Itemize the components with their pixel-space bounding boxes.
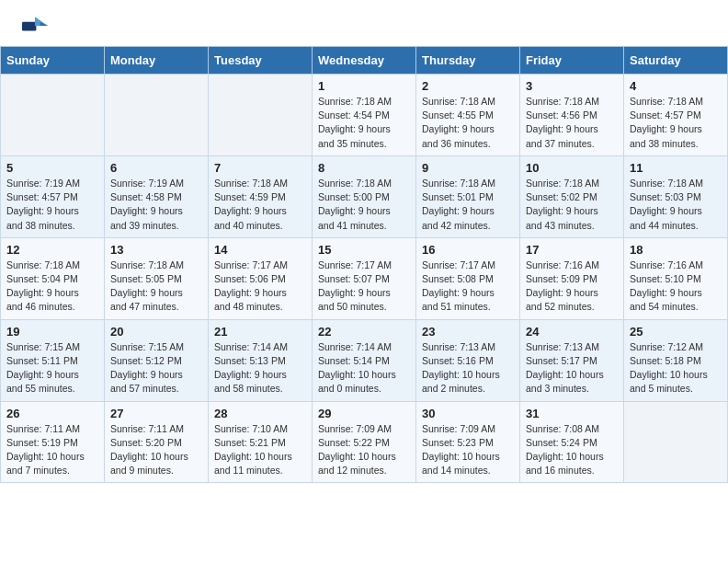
col-thursday: Thursday [416,47,520,75]
day-detail: Sunrise: 7:10 AMSunset: 5:21 PMDaylight:… [214,422,306,478]
calendar-cell: 14Sunrise: 7:17 AMSunset: 5:06 PMDayligh… [209,237,313,319]
day-number: 5 [6,161,98,175]
day-detail: Sunrise: 7:11 AMSunset: 5:20 PMDaylight:… [110,422,202,478]
day-detail: Sunrise: 7:18 AMSunset: 4:55 PMDaylight:… [422,95,514,151]
day-number: 24 [526,325,618,339]
day-detail: Sunrise: 7:18 AMSunset: 5:05 PMDaylight:… [110,259,202,315]
calendar-cell: 4Sunrise: 7:18 AMSunset: 4:57 PMDaylight… [624,75,728,156]
calendar-cell: 10Sunrise: 7:18 AMSunset: 5:02 PMDayligh… [520,155,624,237]
day-detail: Sunrise: 7:14 AMSunset: 5:14 PMDaylight:… [318,340,410,396]
calendar-cell [624,401,728,483]
day-number: 12 [6,243,98,257]
day-detail: Sunrise: 7:17 AMSunset: 5:08 PMDaylight:… [422,259,514,315]
day-detail: Sunrise: 7:19 AMSunset: 4:57 PMDaylight:… [6,177,98,233]
day-detail: Sunrise: 7:18 AMSunset: 5:02 PMDaylight:… [526,177,618,233]
calendar-cell: 3Sunrise: 7:18 AMSunset: 4:56 PMDaylight… [520,75,624,156]
day-detail: Sunrise: 7:18 AMSunset: 5:04 PMDaylight:… [6,259,98,315]
day-number: 17 [526,243,618,257]
day-number: 18 [630,243,722,257]
day-number: 23 [422,325,514,339]
day-number: 27 [110,407,202,420]
day-detail: Sunrise: 7:18 AMSunset: 4:54 PMDaylight:… [318,95,410,151]
day-detail: Sunrise: 7:18 AMSunset: 5:01 PMDaylight:… [422,177,514,233]
col-wednesday: Wednesday [313,47,416,75]
day-detail: Sunrise: 7:15 AMSunset: 5:11 PMDaylight:… [6,340,98,396]
calendar-cell [105,75,209,156]
calendar-cell: 22Sunrise: 7:14 AMSunset: 5:14 PMDayligh… [313,319,416,401]
day-number: 1 [318,79,410,93]
page: Sunday Monday Tuesday Wednesday Thursday… [0,0,728,483]
day-number: 4 [630,79,722,93]
day-detail: Sunrise: 7:17 AMSunset: 5:07 PMDaylight:… [318,259,410,315]
day-number: 16 [422,243,514,257]
calendar-cell: 23Sunrise: 7:13 AMSunset: 5:16 PMDayligh… [416,319,520,401]
calendar-cell: 15Sunrise: 7:17 AMSunset: 5:07 PMDayligh… [313,237,416,319]
day-detail: Sunrise: 7:12 AMSunset: 5:18 PMDaylight:… [630,340,722,396]
calendar-cell: 18Sunrise: 7:16 AMSunset: 5:10 PMDayligh… [624,237,728,319]
calendar-cell: 31Sunrise: 7:08 AMSunset: 5:24 PMDayligh… [520,401,624,483]
day-number: 2 [422,79,514,93]
day-detail: Sunrise: 7:11 AMSunset: 5:19 PMDaylight:… [6,422,98,478]
day-detail: Sunrise: 7:14 AMSunset: 5:13 PMDaylight:… [214,340,306,396]
calendar-cell: 1Sunrise: 7:18 AMSunset: 4:54 PMDaylight… [313,75,416,156]
col-monday: Monday [105,47,209,75]
calendar-cell: 17Sunrise: 7:16 AMSunset: 5:09 PMDayligh… [520,237,624,319]
day-detail: Sunrise: 7:13 AMSunset: 5:16 PMDaylight:… [422,340,514,396]
calendar-cell: 24Sunrise: 7:13 AMSunset: 5:17 PMDayligh… [520,319,624,401]
day-detail: Sunrise: 7:15 AMSunset: 5:12 PMDaylight:… [110,340,202,396]
calendar-week-row: 19Sunrise: 7:15 AMSunset: 5:11 PMDayligh… [1,319,728,401]
calendar-header-row: Sunday Monday Tuesday Wednesday Thursday… [1,47,728,75]
calendar-cell: 27Sunrise: 7:11 AMSunset: 5:20 PMDayligh… [105,401,209,483]
calendar-cell: 12Sunrise: 7:18 AMSunset: 5:04 PMDayligh… [1,237,105,319]
svg-rect-0 [22,22,36,31]
logo-icon [22,17,48,35]
day-number: 9 [422,161,514,175]
day-detail: Sunrise: 7:08 AMSunset: 5:24 PMDaylight:… [526,422,618,478]
day-detail: Sunrise: 7:16 AMSunset: 5:09 PMDaylight:… [526,259,618,315]
calendar-table: Sunday Monday Tuesday Wednesday Thursday… [0,46,728,483]
day-number: 30 [422,407,514,420]
day-detail: Sunrise: 7:13 AMSunset: 5:17 PMDaylight:… [526,340,618,396]
day-detail: Sunrise: 7:18 AMSunset: 4:59 PMDaylight:… [214,177,306,233]
day-number: 6 [110,161,202,175]
calendar-cell: 19Sunrise: 7:15 AMSunset: 5:11 PMDayligh… [1,319,105,401]
day-number: 21 [214,325,306,339]
logo [22,17,48,37]
calendar-cell: 25Sunrise: 7:12 AMSunset: 5:18 PMDayligh… [624,319,728,401]
day-number: 31 [526,407,618,420]
calendar-cell [209,75,313,156]
day-detail: Sunrise: 7:16 AMSunset: 5:10 PMDaylight:… [630,259,722,315]
day-number: 28 [214,407,306,420]
day-number: 25 [630,325,722,339]
col-friday: Friday [520,47,624,75]
col-tuesday: Tuesday [209,47,313,75]
day-number: 11 [630,161,722,175]
day-number: 19 [6,325,98,339]
day-number: 15 [318,243,410,257]
calendar-week-row: 12Sunrise: 7:18 AMSunset: 5:04 PMDayligh… [1,237,728,319]
day-detail: Sunrise: 7:18 AMSunset: 5:00 PMDaylight:… [318,177,410,233]
day-detail: Sunrise: 7:09 AMSunset: 5:22 PMDaylight:… [318,422,410,478]
day-number: 22 [318,325,410,339]
day-number: 29 [318,407,410,420]
day-detail: Sunrise: 7:18 AMSunset: 5:03 PMDaylight:… [630,177,722,233]
calendar-cell: 30Sunrise: 7:09 AMSunset: 5:23 PMDayligh… [416,401,520,483]
calendar-cell: 11Sunrise: 7:18 AMSunset: 5:03 PMDayligh… [624,155,728,237]
calendar-cell: 2Sunrise: 7:18 AMSunset: 4:55 PMDaylight… [416,75,520,156]
day-number: 14 [214,243,306,257]
calendar-cell: 16Sunrise: 7:17 AMSunset: 5:08 PMDayligh… [416,237,520,319]
day-number: 10 [526,161,618,175]
day-number: 3 [526,79,618,93]
day-number: 7 [214,161,306,175]
col-sunday: Sunday [1,47,105,75]
day-detail: Sunrise: 7:18 AMSunset: 4:57 PMDaylight:… [630,95,722,151]
day-number: 26 [6,407,98,420]
calendar-cell: 7Sunrise: 7:18 AMSunset: 4:59 PMDaylight… [209,155,313,237]
calendar-cell [1,75,105,156]
calendar-cell: 6Sunrise: 7:19 AMSunset: 4:58 PMDaylight… [105,155,209,237]
day-detail: Sunrise: 7:17 AMSunset: 5:06 PMDaylight:… [214,259,306,315]
calendar-cell: 13Sunrise: 7:18 AMSunset: 5:05 PMDayligh… [105,237,209,319]
calendar-week-row: 26Sunrise: 7:11 AMSunset: 5:19 PMDayligh… [1,401,728,483]
calendar-week-row: 1Sunrise: 7:18 AMSunset: 4:54 PMDaylight… [1,75,728,156]
day-detail: Sunrise: 7:09 AMSunset: 5:23 PMDaylight:… [422,422,514,478]
